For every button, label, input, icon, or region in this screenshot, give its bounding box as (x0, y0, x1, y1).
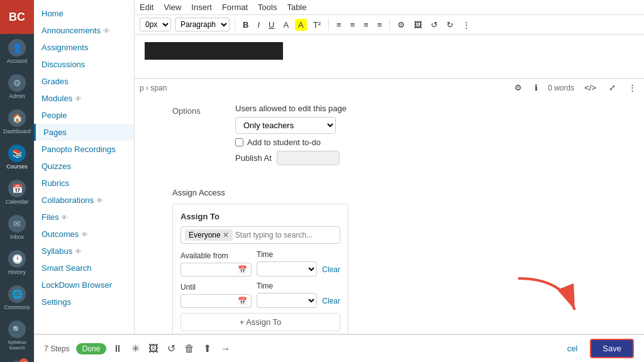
sidebar-item-outcomes[interactable]: Outcomes 👁 (34, 226, 134, 243)
nav-commons[interactable]: 🌐 Commons (0, 280, 34, 315)
html-button[interactable]: </> (582, 82, 599, 94)
menu-edit[interactable]: Edit (140, 3, 153, 12)
align-left-button[interactable]: ≡ (334, 19, 344, 31)
italic-button[interactable]: I (255, 19, 262, 31)
commons-label: Commons (4, 304, 30, 310)
superscript-button[interactable]: T² (311, 19, 323, 31)
fullscreen-button[interactable]: ⤢ (606, 82, 618, 94)
sidebar-item-lockdown[interactable]: LockDown Browser (34, 277, 134, 293)
justify-button[interactable]: ≡ (375, 19, 385, 31)
more-button[interactable]: ⋮ (460, 19, 473, 31)
sidebar-item-collaborations[interactable]: Collaborations 👁 (34, 192, 134, 209)
sidebar-item-announcements[interactable]: Announcements 👁 (34, 22, 134, 39)
nav-courses[interactable]: 📚 Courses (0, 140, 34, 175)
assign-access-title: Assign Access (172, 188, 606, 197)
until-label: Until (180, 283, 252, 292)
editor-scroll-area: p › span ⚙ ℹ 0 words </> ⤢ ⋮ Options Use… (135, 35, 644, 362)
asterisk-icon[interactable]: ✳ (135, 343, 140, 354)
add-assign-to-button[interactable]: + Assign To (180, 313, 340, 331)
sidebar-item-people[interactable]: People (34, 107, 134, 124)
upload-icon[interactable]: ⬆ (203, 343, 211, 354)
remove-everyone-tag[interactable]: ✕ (223, 231, 229, 239)
toolbar-divider-3 (389, 18, 390, 31)
courses-icon: 📚 (8, 145, 26, 162)
student-todo-checkbox[interactable] (235, 138, 243, 146)
sidebar-panopto-label: Panopto Recordings (42, 145, 116, 154)
font-color-button[interactable]: A (280, 19, 291, 31)
nav-dashboard[interactable]: 🏠 Dashboard (0, 104, 34, 140)
publish-at-row: Publish At (235, 151, 606, 165)
settings-button[interactable]: ⚙ (395, 19, 408, 31)
sidebar-item-files[interactable]: Files 👁 (34, 209, 134, 226)
menu-view[interactable]: View (164, 3, 181, 12)
sidebar-lockdown-label: LockDown Browser (42, 280, 112, 290)
assign-search-input[interactable] (235, 231, 336, 239)
icon-rail: BC 👤 Account ⚙ Admin 🏠 Dashboard 📚 Cours… (0, 0, 34, 362)
align-center-button[interactable]: ≡ (348, 19, 358, 31)
publish-at-input[interactable] (277, 151, 340, 165)
sidebar-item-panopto[interactable]: Panopto Recordings (34, 141, 134, 158)
sidebar-item-modules[interactable]: Modules 👁 (34, 90, 134, 107)
sidebar-item-smart-search[interactable]: Smart Search (34, 260, 134, 277)
sidebar-item-assignments[interactable]: Assignments (34, 39, 134, 56)
settings-row: Options Users allowed to edit this page … (172, 104, 606, 165)
sidebar-pages-label: Pages (43, 128, 67, 137)
sidebar-home-label: Home (42, 9, 64, 18)
sidebar-item-rubrics[interactable]: Rubrics (34, 175, 134, 192)
highlight-button[interactable]: A (295, 19, 307, 31)
font-size-select[interactable]: 0px (140, 18, 171, 31)
sidebar-item-settings[interactable]: Settings (34, 293, 134, 310)
nav-calendar[interactable]: 📅 Calendar (0, 175, 34, 210)
main-content: Edit View Insert Format Tools Table 0px … (135, 0, 644, 362)
nav-account[interactable]: 👤 Account (0, 34, 34, 69)
available-from-date[interactable] (185, 265, 235, 274)
editor-canvas[interactable] (135, 35, 644, 79)
calendar-icon-available: 📅 (238, 265, 247, 274)
undo-icon[interactable]: ↺ (167, 343, 175, 354)
sidebar-item-home[interactable]: Home (34, 5, 134, 22)
sidebar-item-quizzes[interactable]: Quizzes (34, 158, 134, 175)
menu-insert[interactable]: Insert (191, 3, 212, 12)
image-icon[interactable]: 🖼 (148, 343, 158, 354)
until-date[interactable] (185, 297, 235, 305)
time-label-2: Time (257, 282, 317, 290)
nav-help[interactable]: ❓ 10 Help (0, 356, 34, 362)
accessibility-button[interactable]: ⚙ (512, 82, 525, 94)
until-time-select[interactable] (257, 293, 317, 308)
sidebar-item-grades[interactable]: Grades (34, 73, 134, 90)
drag-handle[interactable]: ⋮ (626, 82, 639, 94)
assign-to-input-row[interactable]: Everyone ✕ (180, 226, 340, 244)
underline-button[interactable]: U (266, 19, 277, 31)
cancel-button[interactable]: cel (560, 340, 586, 357)
available-from-label: Available from (180, 251, 252, 260)
menu-tools[interactable]: Tools (258, 3, 277, 12)
align-right-button[interactable]: ≡ (361, 19, 371, 31)
until-input[interactable]: 📅 (180, 294, 252, 308)
nav-history[interactable]: 🕐 History (0, 245, 34, 280)
available-from-input[interactable]: 📅 (180, 263, 252, 277)
clear-available-from[interactable]: Clear (322, 265, 340, 277)
paragraph-select[interactable]: Paragraph (175, 18, 230, 31)
available-from-time-select[interactable] (257, 261, 317, 277)
clear-until[interactable]: Clear (322, 297, 340, 308)
admin-icon: ⚙ (8, 74, 26, 92)
sidebar-item-pages[interactable]: Pages (34, 124, 134, 141)
edit-permission-select[interactable]: Only teachers (235, 117, 336, 134)
sidebar-item-syllabus[interactable]: Syllabus 👁 (34, 243, 134, 260)
nav-syllabus-search[interactable]: 🔍 Syllabus Search (0, 315, 34, 356)
menu-format[interactable]: Format (222, 3, 248, 12)
sidebar-people-label: People (42, 111, 67, 120)
undo-button[interactable]: ↺ (428, 19, 440, 31)
word-count: 0 words (548, 84, 574, 92)
menu-table[interactable]: Table (287, 3, 306, 12)
nav-admin[interactable]: ⚙ Admin (0, 69, 34, 104)
image-button[interactable]: 🖼 (411, 19, 425, 31)
redo-button[interactable]: ↻ (444, 19, 456, 31)
trash-icon[interactable]: 🗑 (184, 343, 194, 354)
save-button[interactable]: Save (590, 339, 634, 358)
nav-inbox[interactable]: ✉ Inbox (0, 210, 34, 245)
forward-icon[interactable]: → (220, 343, 230, 354)
bold-button[interactable]: B (240, 19, 251, 31)
sidebar-item-discussions[interactable]: Discussions (34, 56, 134, 73)
info-button[interactable]: ℹ (532, 82, 540, 94)
